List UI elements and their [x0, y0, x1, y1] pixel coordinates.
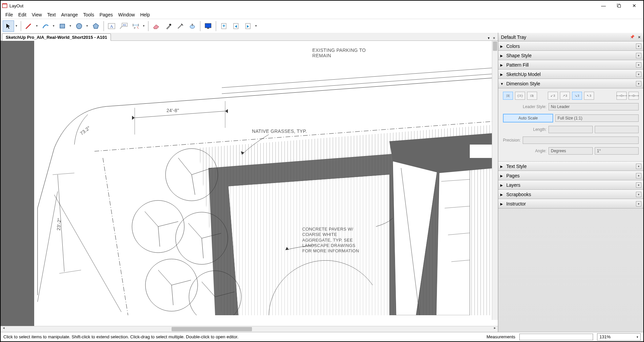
rectangle-tool[interactable]: [57, 20, 68, 32]
close-button[interactable]: ✕: [627, 1, 642, 11]
svg-text:3': 3': [134, 26, 136, 29]
horizontal-scrollbar[interactable]: ◄ ►: [1, 326, 498, 332]
svg-rect-15: [205, 23, 211, 28]
split-tool[interactable]: [175, 20, 186, 32]
svg-line-43: [158, 227, 160, 247]
add-page-button[interactable]: +: [218, 20, 230, 32]
menu-file[interactable]: File: [3, 11, 16, 18]
length-unit-select[interactable]: [549, 126, 593, 133]
tab-close-button[interactable]: ×: [493, 36, 495, 40]
svg-line-37: [178, 158, 192, 175]
leader-style-select[interactable]: No Leader: [549, 103, 639, 110]
dim-arrow-in[interactable]: ⟼3⟻: [617, 92, 627, 100]
select-dropdown[interactable]: ▼: [14, 20, 19, 32]
measurements-input[interactable]: [519, 334, 593, 340]
tab-menu-arrow[interactable]: ▼: [487, 36, 490, 40]
dim-align-3[interactable]: ↘3: [572, 92, 582, 100]
panel-colors[interactable]: ▶Colors×: [498, 41, 643, 51]
dim-top: 24'-8": [167, 108, 179, 113]
dimension-style-body: |3| ┤3├ ⸡3⸠ ↙3 ↗3 ↘3 ↖3 ⟼3⟻ ⟻3⟼ Leader S…: [498, 88, 643, 162]
svg-line-30: [222, 74, 497, 94]
label-tool[interactable]: A1: [118, 20, 129, 32]
tray-pin-icon[interactable]: 📌: [629, 35, 636, 39]
menu-arrange[interactable]: Arrange: [58, 11, 80, 18]
panel-pattern-fill[interactable]: ▶Pattern Fill×: [498, 60, 643, 70]
line-dropdown[interactable]: ▼: [35, 20, 39, 32]
tray-title[interactable]: Default Tray 📌 ×: [498, 33, 643, 41]
tray-close-button[interactable]: ×: [638, 34, 641, 40]
panel-scrapbooks[interactable]: ▶Scrapbooks×: [498, 190, 643, 199]
canvas[interactable]: EXISTING PARKING TO REMAIN NATIVE GRASSE…: [1, 41, 498, 326]
close-icon[interactable]: ×: [636, 72, 641, 77]
dim-arrow-out[interactable]: ⟻3⟼: [629, 92, 639, 100]
panel-sketchup-model[interactable]: ▶SketchUp Model×: [498, 70, 643, 79]
scale-select[interactable]: Full Size (1:1): [555, 114, 639, 122]
zoom-select[interactable]: 131%▾: [597, 333, 641, 341]
dim-align-2[interactable]: ↗3: [560, 92, 570, 100]
svg-rect-4: [60, 24, 65, 28]
panel-instructor[interactable]: ▶Instructor×: [498, 199, 643, 208]
menu-help[interactable]: Help: [137, 11, 152, 18]
menu-pages[interactable]: Pages: [97, 11, 116, 18]
eyedropper-tool[interactable]: [163, 20, 174, 32]
menu-window[interactable]: Window: [116, 11, 138, 18]
panel-layers[interactable]: ▶Layers×: [498, 180, 643, 190]
note-parking: EXISTING PARKING TO REMAIN: [312, 48, 366, 58]
maximize-button[interactable]: [611, 1, 627, 11]
prev-page-button[interactable]: [230, 20, 242, 32]
menu-edit[interactable]: Edit: [16, 11, 29, 18]
arc-tool[interactable]: [40, 20, 51, 32]
close-icon[interactable]: ×: [636, 164, 641, 169]
join-tool[interactable]: [187, 20, 198, 32]
close-icon[interactable]: ×: [636, 182, 641, 188]
rect-dropdown[interactable]: ▼: [68, 20, 73, 32]
dim-text-above[interactable]: ┤3├: [515, 92, 525, 100]
titlebar: LayOut — ✕: [1, 1, 643, 11]
document-tabbar: SketchUp Pro_AIA_Real-World_Short2015 - …: [1, 33, 498, 41]
line-tool[interactable]: [23, 20, 35, 32]
close-icon[interactable]: ×: [636, 81, 641, 86]
autoscale-button[interactable]: Auto Scale: [503, 114, 553, 122]
close-icon[interactable]: ×: [636, 44, 641, 49]
minimize-button[interactable]: —: [596, 1, 611, 11]
circle-tool[interactable]: [73, 20, 85, 32]
svg-line-42: [158, 222, 178, 227]
close-icon[interactable]: ×: [636, 201, 641, 206]
angle-precision-select[interactable]: 1°: [595, 147, 639, 155]
vertical-scrollbar[interactable]: [492, 41, 498, 320]
text-tool[interactable]: A: [106, 20, 117, 32]
dim-dropdown[interactable]: ▼: [141, 20, 146, 32]
precision-select[interactable]: [523, 137, 639, 144]
eraser-tool[interactable]: [150, 20, 162, 32]
select-tool[interactable]: [3, 20, 14, 32]
next-page-button[interactable]: [242, 20, 254, 32]
dimension-tool[interactable]: 3': [130, 20, 141, 32]
dim-align-4[interactable]: ↖3: [584, 92, 594, 100]
svg-rect-3: [618, 5, 621, 7]
dim-align-1[interactable]: ↙3: [548, 92, 558, 100]
polygon-tool[interactable]: [90, 20, 102, 32]
menu-tools[interactable]: Tools: [80, 11, 97, 18]
dim-text-center[interactable]: |3|: [503, 92, 513, 100]
svg-line-29: [222, 68, 497, 88]
page-dropdown[interactable]: ▼: [254, 20, 258, 32]
angle-unit-select[interactable]: Degrees: [549, 147, 593, 155]
arc-dropdown[interactable]: ▼: [51, 20, 56, 32]
length-precision-select[interactable]: [595, 126, 639, 133]
menubar: File Edit View Text Arrange Tools Pages …: [1, 11, 643, 19]
close-icon[interactable]: ×: [636, 53, 641, 58]
presentation-tool[interactable]: [202, 20, 214, 32]
panel-text-style[interactable]: ▶Text Style×: [498, 162, 643, 171]
panel-shape-style[interactable]: ▶Shape Style×: [498, 51, 643, 60]
menu-text[interactable]: Text: [45, 11, 59, 18]
close-icon[interactable]: ×: [636, 192, 641, 197]
menu-view[interactable]: View: [29, 11, 45, 18]
svg-line-41: [145, 211, 158, 227]
dim-text-offset[interactable]: ⸡3⸠: [527, 92, 537, 100]
circle-dropdown[interactable]: ▼: [85, 20, 89, 32]
panel-dimension-style[interactable]: ▼Dimension Style×: [498, 79, 643, 88]
close-icon[interactable]: ×: [636, 62, 641, 68]
document-tab[interactable]: SketchUp Pro_AIA_Real-World_Short2015 - …: [2, 33, 111, 41]
panel-pages[interactable]: ▶Pages×: [498, 171, 643, 180]
close-icon[interactable]: ×: [636, 173, 641, 178]
